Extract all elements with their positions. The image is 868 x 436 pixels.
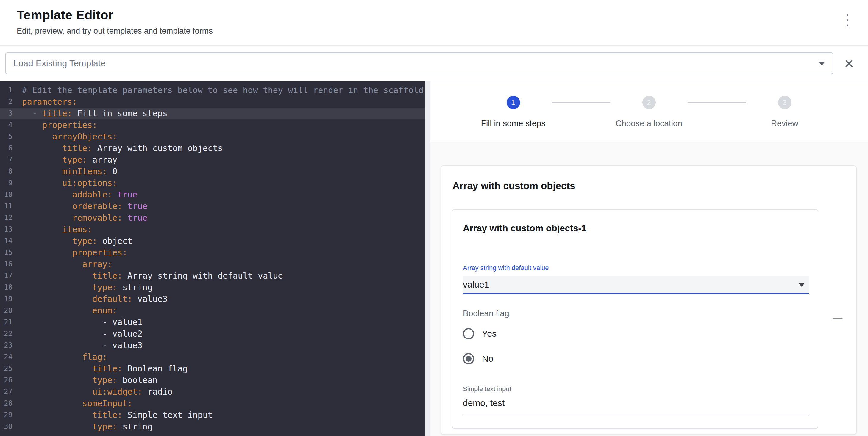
code-text: array: [22, 259, 112, 270]
code-line-14[interactable]: 14 type: object [0, 235, 425, 247]
code-line-21[interactable]: 21 - value1 [0, 316, 425, 328]
line-number: 12 [0, 212, 12, 224]
code-line-6[interactable]: 6 title: Array with custom objects [0, 142, 425, 154]
code-line-3[interactable]: 3 - title: Fill in some steps [0, 108, 425, 119]
code-line-1[interactable]: 1# Edit the template parameters below to… [0, 85, 425, 96]
code-line-16[interactable]: 16 array: [0, 259, 425, 270]
code-line-7[interactable]: 7 type: array [0, 154, 425, 166]
radio-icon [463, 353, 474, 364]
code-text: title: Boolean flag [22, 363, 188, 374]
step-number: 3 [778, 96, 792, 109]
radio-option-no[interactable]: No [463, 351, 497, 366]
step-review[interactable]: 3Review [746, 96, 823, 128]
code-line-17[interactable]: 17 title: Array string with default valu… [0, 270, 425, 282]
load-template-row: Load Existing Template × [0, 46, 868, 81]
boolean-flag-label: Boolean flag [463, 309, 509, 318]
yaml-code-editor[interactable]: 1# Edit the template parameters below to… [0, 81, 425, 436]
content-split: 1# Edit the template parameters below to… [0, 81, 868, 436]
line-number: 4 [0, 119, 12, 131]
radio-option-label: No [482, 354, 493, 364]
line-number: 8 [0, 166, 12, 177]
overflow-menu-icon[interactable]: ⋮ [840, 12, 855, 27]
code-line-19[interactable]: 19 default: value3 [0, 293, 425, 305]
code-text: addable: true [22, 189, 137, 200]
step-connector [552, 102, 610, 103]
template-editor-page: Template Editor Edit, preview, and try o… [0, 0, 868, 436]
code-text: title: Array string with default value [22, 270, 283, 282]
code-text: ui:options: [22, 177, 117, 189]
code-line-22[interactable]: 22 - value2 [0, 328, 425, 340]
text-input-label: Simple text input [463, 385, 512, 393]
array-select[interactable]: value1 [463, 276, 809, 295]
step-label: Review [771, 119, 798, 128]
line-number: 27 [0, 386, 12, 398]
line-number: 15 [0, 247, 12, 259]
radio-option-yes[interactable]: Yes [463, 327, 497, 341]
code-text: type: object [22, 235, 132, 247]
line-number: 22 [0, 328, 12, 340]
code-line-23[interactable]: 23 - value3 [0, 340, 425, 351]
code-line-9[interactable]: 9 ui:options: [0, 177, 425, 189]
line-number: 6 [0, 142, 12, 154]
step-connector [688, 102, 746, 103]
code-line-26[interactable]: 26 type: boolean [0, 374, 425, 386]
code-line-2[interactable]: 2parameters: [0, 96, 425, 108]
code-text: parameters: [22, 96, 77, 108]
code-text: ui:widget: radio [22, 386, 173, 398]
line-number: 24 [0, 351, 12, 363]
code-line-28[interactable]: 28 someInput: [0, 398, 425, 409]
line-number: 25 [0, 363, 12, 374]
text-input[interactable]: demo, test [463, 398, 504, 408]
form-section-title: Array with custom objects [453, 180, 576, 192]
step-number: 2 [642, 96, 656, 109]
preview-panel: 1Fill in some steps2Choose a location3Re… [430, 81, 868, 436]
code-line-27[interactable]: 27 ui:widget: radio [0, 386, 425, 398]
line-number: 7 [0, 154, 12, 166]
page-subtitle: Edit, preview, and try out templates and… [17, 27, 213, 36]
line-number: 18 [0, 282, 12, 293]
line-number: 21 [0, 316, 12, 328]
code-text: type: string [22, 282, 152, 293]
array-item-card: Array with custom objects-1 Array string… [452, 209, 818, 429]
code-line-18[interactable]: 18 type: string [0, 282, 425, 293]
step-choose-a-location[interactable]: 2Choose a location [610, 96, 688, 128]
header-text: Template Editor Edit, preview, and try o… [17, 8, 213, 36]
code-line-11[interactable]: 11 orderable: true [0, 200, 425, 212]
line-number: 14 [0, 235, 12, 247]
code-line-30[interactable]: 30 type: string [0, 421, 425, 432]
line-number: 17 [0, 270, 12, 282]
code-line-8[interactable]: 8 minItems: 0 [0, 166, 425, 177]
load-existing-template-select[interactable]: Load Existing Template [5, 52, 834, 74]
line-number: 10 [0, 189, 12, 200]
code-text: enum: [22, 305, 117, 316]
minus-icon [833, 318, 843, 320]
clear-icon[interactable]: × [844, 55, 854, 71]
code-line-13[interactable]: 13 items: [0, 224, 425, 235]
code-text: removable: true [22, 212, 147, 224]
code-line-12[interactable]: 12 removable: true [0, 212, 425, 224]
step-fill-in-some-steps[interactable]: 1Fill in some steps [474, 96, 552, 128]
code-lines: 1# Edit the template parameters below to… [0, 85, 425, 432]
line-number: 1 [0, 85, 12, 96]
code-text: minItems: 0 [22, 166, 117, 177]
line-number: 16 [0, 259, 12, 270]
code-line-10[interactable]: 10 addable: true [0, 189, 425, 200]
radio-icon [463, 328, 474, 339]
code-text: arrayObjects: [22, 131, 117, 142]
code-line-25[interactable]: 25 title: Boolean flag [0, 363, 425, 374]
code-text: type: array [22, 154, 117, 166]
dropdown-caret-icon [818, 62, 825, 65]
code-line-15[interactable]: 15 properties: [0, 247, 425, 259]
code-line-29[interactable]: 29 title: Simple text input [0, 409, 425, 421]
editor-scrollbar[interactable] [425, 81, 430, 436]
code-line-20[interactable]: 20 enum: [0, 305, 425, 316]
code-line-4[interactable]: 4 properties: [0, 119, 425, 131]
code-text: - value3 [22, 340, 143, 351]
code-text: properties: [22, 247, 127, 259]
code-text: - value1 [22, 316, 143, 328]
form-section-card: Array with custom objects Array with cus… [440, 165, 857, 435]
code-line-24[interactable]: 24 flag: [0, 351, 425, 363]
remove-item-button[interactable] [830, 312, 846, 325]
select-caret-icon [798, 283, 805, 287]
code-line-5[interactable]: 5 arrayObjects: [0, 131, 425, 142]
